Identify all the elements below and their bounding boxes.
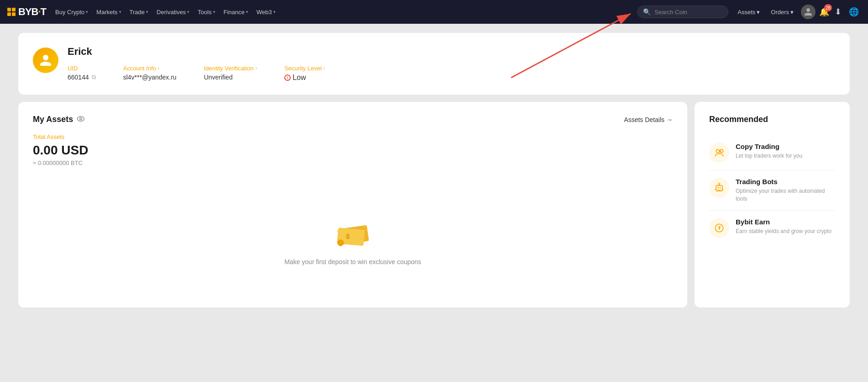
- logo-text: BYB·T: [18, 6, 46, 18]
- nav-derivatives[interactable]: Derivatives ▾: [153, 6, 193, 18]
- svg-point-2: [78, 116, 84, 121]
- uid-value: 660144 ⧉: [68, 74, 96, 81]
- user-avatar[interactable]: [801, 5, 816, 19]
- total-btc-value: ≈ 0.00000000 BTC: [33, 159, 673, 166]
- assets-header: My Assets Assets Details →: [33, 115, 673, 124]
- chevron-down-icon: ▾: [757, 9, 760, 16]
- profile-avatar: [33, 48, 58, 73]
- chevron-down-icon: ▾: [790, 9, 794, 16]
- account-info-label[interactable]: Account Info ›: [123, 65, 177, 72]
- chevron-right-icon: ›: [256, 66, 257, 71]
- security-warning-icon: [284, 74, 291, 81]
- download-button[interactable]: ⬇: [833, 5, 843, 19]
- globe-icon: 🌐: [849, 7, 859, 16]
- navbar: BYB·T Buy Crypto ▾ Markets ▾ Trade ▾ Der…: [0, 0, 868, 24]
- svg-point-11: [366, 229, 367, 230]
- chevron-down-icon: ▾: [119, 10, 121, 14]
- trading-bots-name: Trading Bots: [736, 178, 835, 186]
- language-button[interactable]: 🌐: [847, 5, 861, 19]
- logo-grid-icon: [7, 8, 16, 16]
- chevron-down-icon: ▾: [213, 10, 215, 14]
- deposit-illustration: $ $: [330, 214, 376, 251]
- chevron-down-icon: ▾: [273, 10, 276, 14]
- nav-orders[interactable]: Orders ▾: [767, 6, 797, 18]
- nav-markets[interactable]: Markets ▾: [93, 6, 125, 18]
- trading-bots-info: Trading Bots Optimize your trades with a…: [736, 178, 835, 203]
- security-label[interactable]: Security Level ›: [284, 65, 325, 72]
- notification-count: 28: [824, 4, 832, 11]
- nav-menu: Buy Crypto ▾ Markets ▾ Trade ▾ Derivativ…: [52, 6, 635, 18]
- notification-button[interactable]: 🔔 28: [819, 7, 829, 17]
- trading-bots-desc: Optimize your trades with automated tool…: [736, 187, 835, 203]
- copy-trading-icon-container: [709, 143, 729, 163]
- rec-item-copy-trading[interactable]: Copy Trading Let top traders work for yo…: [709, 135, 835, 170]
- svg-point-10: [363, 225, 366, 227]
- uid-section: UID 660144 ⧉: [68, 65, 96, 82]
- nav-right: Assets ▾ Orders ▾ 🔔 28 ⬇ 🌐: [734, 5, 861, 19]
- chevron-down-icon: ▾: [146, 10, 148, 14]
- chevron-right-icon: ›: [324, 66, 325, 71]
- deposit-promo-text: Make your first deposit to win exclusive…: [284, 258, 421, 265]
- svg-point-8: [338, 239, 344, 245]
- nav-finance[interactable]: Finance ▾: [220, 6, 252, 18]
- svg-point-19: [718, 183, 720, 185]
- identity-label[interactable]: Identity Verification ›: [204, 65, 257, 72]
- trading-bots-icon-container: [709, 178, 729, 198]
- profile-info: Erick UID 660144 ⧉ Account Info › sl4v**…: [68, 46, 835, 82]
- chevron-right-icon: ›: [158, 66, 159, 71]
- total-assets-label: Total Assets: [33, 133, 673, 140]
- account-info-section: Account Info › sl4v***@yandex.ru: [123, 65, 177, 82]
- nav-tools[interactable]: Tools ▾: [194, 6, 219, 18]
- avatar-icon: [39, 53, 52, 67]
- rec-item-bybit-earn[interactable]: ₮ Bybit Earn Earn stable yields and grow…: [709, 211, 835, 245]
- svg-point-3: [80, 117, 82, 120]
- bottom-section: My Assets Assets Details → Total Assets …: [18, 102, 850, 308]
- recommended-title: Recommended: [709, 115, 835, 124]
- profile-name: Erick: [68, 46, 835, 58]
- profile-card: Erick UID 660144 ⧉ Account Info › sl4v**…: [18, 33, 850, 95]
- copy-trading-desc: Let top traders work for you: [736, 152, 835, 160]
- uid-label: UID: [68, 65, 96, 72]
- security-value: Low: [284, 74, 325, 82]
- assets-card: My Assets Assets Details → Total Assets …: [18, 102, 687, 308]
- nav-assets[interactable]: Assets ▾: [734, 6, 763, 18]
- nav-web3[interactable]: Web3 ▾: [253, 6, 279, 18]
- identity-section: Identity Verification › Unverified: [204, 65, 257, 82]
- total-amount-value: 0.00 USD: [33, 143, 673, 158]
- nav-trade[interactable]: Trade ▾: [126, 6, 152, 18]
- copy-trading-name: Copy Trading: [736, 143, 835, 150]
- bybit-earn-name: Bybit Earn: [736, 218, 835, 226]
- copy-uid-button[interactable]: ⧉: [92, 74, 96, 81]
- arrow-right-icon: →: [666, 116, 673, 123]
- trading-bots-icon: [714, 182, 725, 193]
- user-icon: [804, 7, 813, 16]
- logo[interactable]: BYB·T: [7, 6, 46, 18]
- identity-value: Unverified: [204, 74, 257, 81]
- chevron-down-icon: ▾: [86, 10, 88, 14]
- rec-item-trading-bots[interactable]: Trading Bots Optimize your trades with a…: [709, 170, 835, 211]
- profile-details: UID 660144 ⧉ Account Info › sl4v***@yand…: [68, 65, 835, 82]
- assets-details-link[interactable]: Assets Details →: [624, 116, 673, 123]
- email-value: sl4v***@yandex.ru: [123, 74, 177, 81]
- search-icon: 🔍: [643, 8, 651, 16]
- svg-rect-17: [720, 187, 721, 188]
- main-content: Erick UID 660144 ⧉ Account Info › sl4v**…: [0, 24, 868, 317]
- svg-point-13: [716, 149, 719, 153]
- chevron-down-icon: ▾: [187, 10, 189, 14]
- copy-trading-icon: [714, 147, 725, 158]
- toggle-visibility-button[interactable]: [77, 116, 85, 124]
- bybit-earn-desc: Earn stable yields and grow your crypto: [736, 228, 835, 235]
- search-bar[interactable]: 🔍: [637, 5, 728, 18]
- copy-trading-info: Copy Trading Let top traders work for yo…: [736, 143, 835, 160]
- download-icon: ⬇: [835, 7, 842, 16]
- svg-rect-16: [718, 187, 719, 188]
- bybit-earn-icon-container: ₮: [709, 218, 729, 238]
- bybit-earn-icon: ₮: [714, 223, 725, 233]
- search-input[interactable]: [654, 9, 722, 16]
- assets-title: My Assets: [33, 115, 85, 124]
- recommended-card: Recommended Copy Trading Let top traders…: [695, 102, 850, 308]
- security-section: Security Level › Low: [284, 65, 325, 82]
- nav-buy-crypto[interactable]: Buy Crypto ▾: [52, 6, 92, 18]
- bybit-earn-info: Bybit Earn Earn stable yields and grow y…: [736, 218, 835, 235]
- svg-point-12: [337, 230, 338, 232]
